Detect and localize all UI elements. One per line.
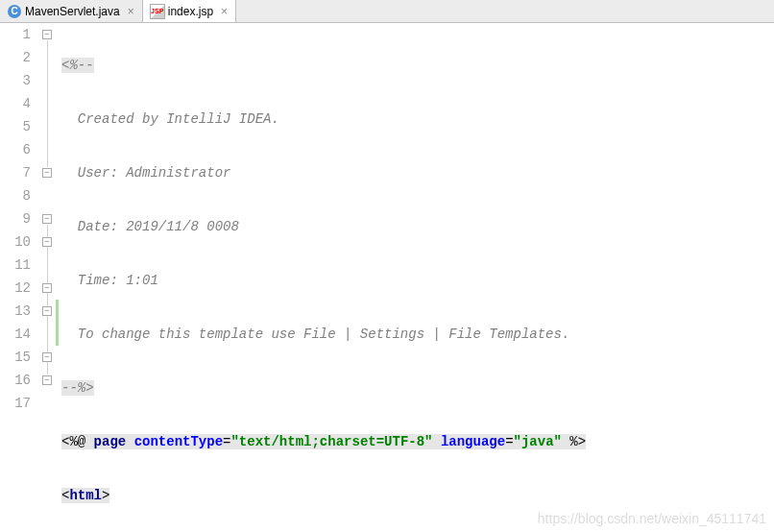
line-number: 12 — [0, 277, 31, 300]
code-line[interactable]: User: Administrator — [58, 161, 774, 184]
code-line[interactable]: To change this template use File | Setti… — [58, 323, 774, 346]
line-number: 9 — [0, 207, 31, 230]
code-line[interactable]: Time: 1:01 — [58, 269, 774, 292]
fold-toggle-icon[interactable]: − — [42, 237, 52, 247]
code-line[interactable]: --%> — [58, 376, 774, 399]
code-line[interactable]: <%@ page contentType="text/html;charset=… — [58, 430, 774, 453]
line-number: 1 — [0, 23, 31, 46]
close-icon[interactable]: × — [128, 5, 134, 18]
tab-index-jsp[interactable]: JSP index.jsp × — [143, 0, 236, 22]
fold-toggle-icon[interactable]: − — [42, 283, 52, 293]
code-line[interactable]: <html> — [58, 484, 774, 507]
code-line[interactable]: Created by IntelliJ IDEA. — [58, 108, 774, 131]
line-number: 5 — [0, 115, 31, 138]
jsp-icon: JSP — [151, 5, 164, 18]
line-number: 14 — [0, 323, 31, 346]
fold-toggle-icon[interactable]: − — [42, 306, 52, 316]
line-number: 7 — [0, 161, 31, 184]
fold-toggle-icon[interactable]: − — [42, 30, 52, 39]
tab-label: index.jsp — [168, 5, 213, 18]
code-area[interactable]: <%-- Created by IntelliJ IDEA. User: Adm… — [58, 23, 774, 532]
line-number: 4 — [0, 92, 31, 115]
line-number: 10 — [0, 230, 31, 254]
code-line[interactable]: Date: 2019/11/8 0008 — [58, 215, 774, 238]
fold-line — [47, 40, 48, 167]
fold-column: − − − − − − − − — [40, 23, 58, 532]
tab-bar: C MavenServlet.java × JSP index.jsp × — [0, 0, 774, 23]
line-number: 11 — [0, 254, 31, 277]
tab-mavenservlet[interactable]: C MavenServlet.java × — [0, 0, 143, 22]
line-gutter: 1 2 3 4 5 6 7 8 9 10 11 12 13 14 15 16 1… — [0, 23, 40, 532]
fold-toggle-icon[interactable]: − — [42, 214, 52, 224]
line-number: 6 — [0, 138, 31, 161]
line-number: 17 — [0, 392, 31, 415]
line-number: 2 — [0, 46, 31, 69]
watermark: https://blog.csdn.net/weixin_45111741 — [538, 511, 766, 526]
line-number: 8 — [0, 184, 31, 207]
fold-toggle-icon[interactable]: − — [42, 168, 52, 178]
class-icon: C — [8, 5, 21, 18]
close-icon[interactable]: × — [221, 5, 228, 18]
line-number: 15 — [0, 346, 31, 369]
line-number: 13 — [0, 300, 31, 323]
editor[interactable]: 1 2 3 4 5 6 7 8 9 10 11 12 13 14 15 16 1… — [0, 23, 774, 532]
line-number: 3 — [0, 69, 31, 92]
fold-toggle-icon[interactable]: − — [42, 375, 52, 385]
fold-toggle-icon[interactable]: − — [42, 352, 52, 362]
line-number: 16 — [0, 369, 31, 392]
code-line[interactable]: <%-- — [58, 54, 774, 77]
tab-label: MavenServlet.java — [25, 5, 120, 18]
change-marker — [56, 300, 59, 346]
